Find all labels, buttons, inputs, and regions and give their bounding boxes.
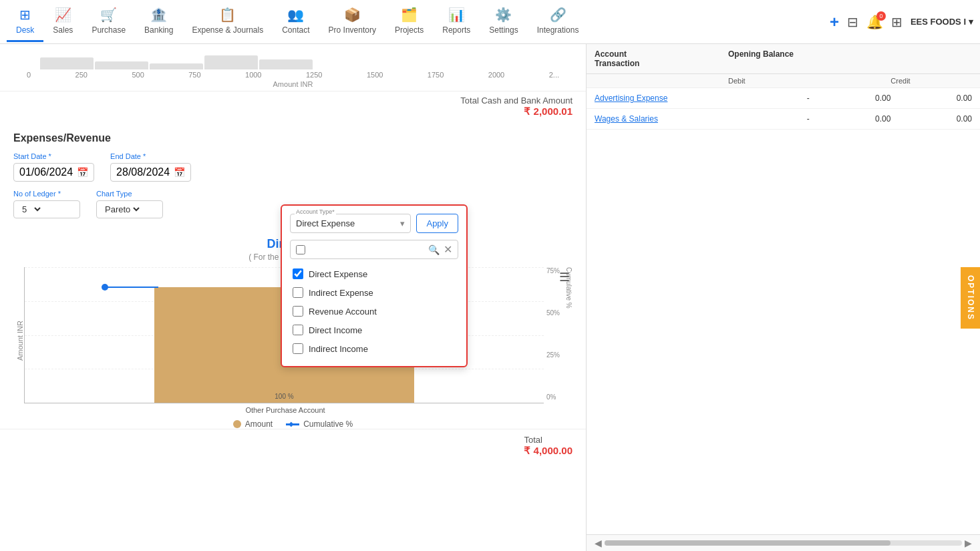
option-label-direct-income: Direct Income [309, 325, 362, 335]
cell-credit-1: 0.00 [890, 94, 972, 103]
chart-type-dropdown[interactable]: ParetoBarLinePie [102, 204, 142, 215]
chart-type-group: Chart Type ParetoBarLinePie [96, 190, 163, 218]
account-type-floating-label: Account Type* [295, 208, 336, 215]
table-sub-header: Debit Credit [587, 74, 980, 88]
chart-type-select[interactable]: ParetoBarLinePie [96, 200, 163, 218]
option-label-direct-expense: Direct Expense [309, 269, 367, 279]
start-date-value: 01/06/2024 [19, 166, 73, 178]
nav-label-purchase: Purchase [92, 25, 126, 35]
nav-label-contact: Contact [282, 25, 309, 35]
apply-button[interactable]: Apply [416, 214, 458, 233]
no-ledger-label: No of Ledger * [13, 190, 80, 198]
close-icon[interactable]: ✕ [444, 243, 452, 256]
no-ledger-dropdown[interactable]: 51015 [19, 204, 43, 215]
checkbox-revenue-account[interactable] [293, 306, 303, 317]
legend-cumulative-label: Cumulative % [303, 419, 353, 429]
table-header: Account Opening Balance Transaction [587, 44, 980, 74]
option-indirect-expense[interactable]: Indirect Expense [290, 283, 458, 302]
company-selector[interactable]: EES FOODS I ▾ [911, 17, 973, 27]
end-date-calendar-icon[interactable]: 📅 [174, 167, 185, 178]
search-select-all-checkbox[interactable] [296, 245, 305, 254]
bar-pct-label: 100 % [275, 393, 293, 400]
grid-view-button[interactable]: ⊞ [891, 14, 903, 30]
checkbox-indirect-expense[interactable] [293, 287, 303, 298]
nav-label-settings: Settings [489, 25, 518, 35]
account-type-value: Direct Expense [296, 218, 355, 228]
reports-icon: 📊 [448, 7, 465, 23]
expense-icon: 📋 [219, 7, 236, 23]
scroll-right-button[interactable]: ▶ [965, 538, 972, 548]
cash-bank-chart-area: 0 250 500 750 1000 1250 1500 1750 2000 2… [0, 44, 586, 91]
inventory-icon: 📦 [344, 7, 361, 23]
nav-label-reports: Reports [442, 25, 470, 35]
total-cash-row: Total Cash and Bank Amount ₹ 2,000.01 [0, 91, 586, 122]
cell-opening-1: - [728, 94, 810, 103]
x-label-1: Other Purchase Account [27, 406, 544, 414]
legend-amount-label: Amount [245, 419, 273, 429]
horizontal-scrollbar[interactable]: ◀ ▶ [587, 534, 980, 551]
nav-item-expense-journals[interactable]: 📋 Expense & Journals [182, 1, 273, 42]
notification-bell[interactable]: 🔔 0 [866, 14, 883, 30]
x-axis-labels: 0 250 500 750 1000 1250 1500 1750 2000 2… [13, 69, 573, 80]
no-ledger-select[interactable]: 51015 [13, 200, 80, 218]
table-col-transaction: Transaction [595, 59, 728, 68]
option-direct-expense[interactable]: Direct Expense [290, 264, 458, 283]
checkbox-indirect-income[interactable] [293, 343, 303, 354]
cell-debit-1: 0.00 [810, 94, 891, 103]
end-date-input[interactable]: 28/08/2024 📅 [110, 163, 191, 182]
right-panel: Account Opening Balance Transaction Debi… [586, 44, 980, 551]
banking-icon: 🏦 [150, 7, 167, 23]
options-tab[interactable]: OPTIONS [961, 266, 980, 328]
notification-count: 0 [876, 11, 886, 21]
nav-item-banking[interactable]: 🏦 Banking [135, 1, 182, 42]
search-row: 🔍 ✕ [290, 240, 458, 259]
chart-legend: Amount Cumulative % [13, 419, 573, 429]
right-y-label: Cumulative % [562, 267, 573, 414]
total-label: Total [524, 435, 542, 445]
nav-item-projects[interactable]: 🗂️ Projects [385, 1, 433, 42]
table-row: Advertising Expense - 0.00 0.00 [587, 88, 980, 109]
option-label-revenue-account: Revenue Account [309, 307, 377, 317]
nav-item-sales[interactable]: 📈 Sales [43, 1, 82, 42]
nav-item-purchase[interactable]: 🛒 Purchase [82, 1, 135, 42]
option-indirect-income[interactable]: Indirect Income [290, 339, 458, 358]
purchase-icon: 🛒 [100, 7, 117, 23]
nav-item-pro-inventory[interactable]: 📦 Pro Inventory [319, 1, 385, 42]
cell-account-2[interactable]: Wages & Salaries [595, 114, 728, 124]
account-type-select-wrapper: Account Type* Direct Expense ▾ [290, 214, 411, 233]
nav-item-desk[interactable]: ⊞ Desk [7, 1, 43, 42]
no-ledger-group: No of Ledger * 51015 [13, 190, 80, 218]
cell-account-1[interactable]: Advertising Expense [595, 94, 728, 103]
table-scroll-area[interactable]: Advertising Expense - 0.00 0.00 Wages & … [587, 88, 980, 534]
checkbox-direct-income[interactable] [293, 325, 303, 335]
sales-icon: 📈 [55, 7, 71, 23]
nav-item-contact[interactable]: 👥 Contact [273, 1, 319, 42]
date-row: Start Date * 01/06/2024 📅 End Date * 28/… [13, 152, 573, 182]
option-revenue-account[interactable]: Revenue Account [290, 302, 458, 321]
projects-icon: 🗂️ [401, 7, 418, 23]
add-button[interactable]: + [830, 13, 839, 31]
end-date-group: End Date * 28/08/2024 📅 [110, 152, 191, 182]
start-date-calendar-icon[interactable]: 📅 [77, 167, 88, 178]
table-icon-button[interactable]: ⊟ [847, 14, 858, 30]
search-input[interactable] [309, 244, 424, 254]
chart-hamburger-icon[interactable]: ☰ [556, 267, 573, 287]
nav-item-reports[interactable]: 📊 Reports [433, 1, 480, 42]
scroll-left-button[interactable]: ◀ [595, 538, 602, 548]
nav-item-settings[interactable]: ⚙️ Settings [480, 1, 527, 42]
total-cash-amount: ₹ 2,000.01 [524, 106, 573, 117]
start-date-input[interactable]: 01/06/2024 📅 [13, 163, 94, 182]
x-axis-container: Other Purchase Account [24, 406, 544, 414]
checkbox-direct-expense[interactable] [293, 268, 303, 279]
account-type-select[interactable]: Account Type* Direct Expense ▾ [290, 214, 411, 233]
y-axis-label: Amount INR [13, 267, 24, 414]
legend-amount: Amount [233, 419, 273, 429]
table-col-account: Account [595, 49, 728, 59]
search-icon[interactable]: 🔍 [428, 244, 440, 255]
option-direct-income[interactable]: Direct Income [290, 321, 458, 339]
sub-header-debit: Debit [728, 77, 810, 85]
start-date-group: Start Date * 01/06/2024 📅 [13, 152, 94, 182]
total-cash-label: Total Cash and Bank Amount [460, 96, 573, 106]
nav-item-integrations[interactable]: 🔗 Integrations [528, 1, 589, 42]
nav-label-inventory: Pro Inventory [329, 25, 376, 35]
